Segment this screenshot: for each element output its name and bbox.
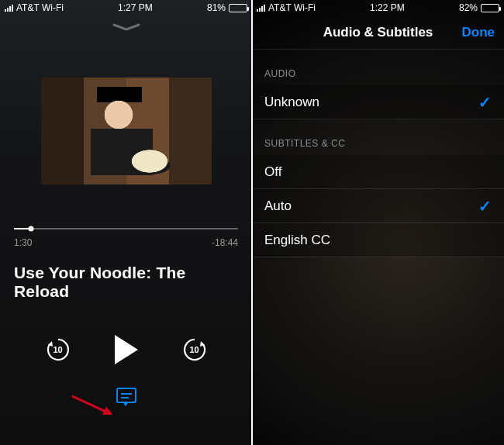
battery-icon [481, 4, 499, 12]
chevron-down-icon [112, 23, 140, 31]
skip-fwd-seconds: 10 [180, 335, 209, 364]
subtitles-section-header: Subtitles & CC [252, 119, 504, 155]
option-label: Auto [264, 198, 292, 214]
audio-section-header: Audio [252, 50, 504, 85]
play-button[interactable] [115, 335, 138, 364]
player-screen: AT&T Wi-Fi 1:27 PM 81% 1:30 -18:44 Use Y… [0, 0, 252, 445]
clock: 1:22 PM [370, 2, 405, 13]
subtitle-option-english-cc[interactable]: English CC [252, 223, 504, 257]
sheet-handle[interactable] [0, 16, 252, 36]
option-label: Unknown [264, 95, 319, 110]
progress-scrubber[interactable] [14, 228, 238, 229]
video-title: Use Your Noodle: The Reload [0, 248, 252, 301]
battery-icon [229, 4, 247, 12]
annotation-arrow [71, 395, 112, 415]
audio-subtitles-screen: AT&T Wi-Fi 1:22 PM 82% Audio & Subtitles… [252, 0, 504, 445]
checkmark-icon: ✓ [478, 93, 492, 112]
subtitle-option-auto[interactable]: Auto ✓ [252, 189, 504, 223]
skip-forward-button[interactable]: 10 [180, 335, 209, 364]
signal-icon [5, 4, 13, 12]
option-label: English CC [264, 233, 330, 248]
subtitle-option-off[interactable]: Off [252, 155, 504, 189]
status-bar-right: AT&T Wi-Fi 1:22 PM 82% [252, 0, 504, 16]
nav-bar: Audio & Subtitles Done [252, 16, 504, 50]
battery-percent: 82% [459, 2, 478, 13]
checkmark-icon: ✓ [478, 197, 492, 216]
page-title: Audio & Subtitles [323, 25, 433, 40]
audio-option-unknown[interactable]: Unknown ✓ [252, 85, 504, 119]
battery-percent: 81% [207, 2, 226, 13]
video-thumbnail[interactable] [41, 78, 212, 185]
clock: 1:27 PM [118, 2, 153, 13]
remaining-time: -18:44 [212, 237, 238, 248]
skip-back-seconds: 10 [43, 335, 73, 364]
subtitles-button[interactable] [116, 388, 136, 403]
done-button[interactable]: Done [462, 25, 495, 40]
option-label: Off [264, 164, 281, 180]
scrubber-knob[interactable] [28, 226, 33, 232]
signal-icon [257, 4, 265, 12]
elapsed-time: 1:30 [14, 237, 32, 248]
skip-back-button[interactable]: 10 [43, 335, 73, 364]
carrier-label: AT&T Wi-Fi [16, 2, 64, 13]
carrier-label: AT&T Wi-Fi [268, 2, 316, 13]
status-bar-left: AT&T Wi-Fi 1:27 PM 81% [0, 0, 252, 16]
screenshot-divider [251, 0, 253, 445]
